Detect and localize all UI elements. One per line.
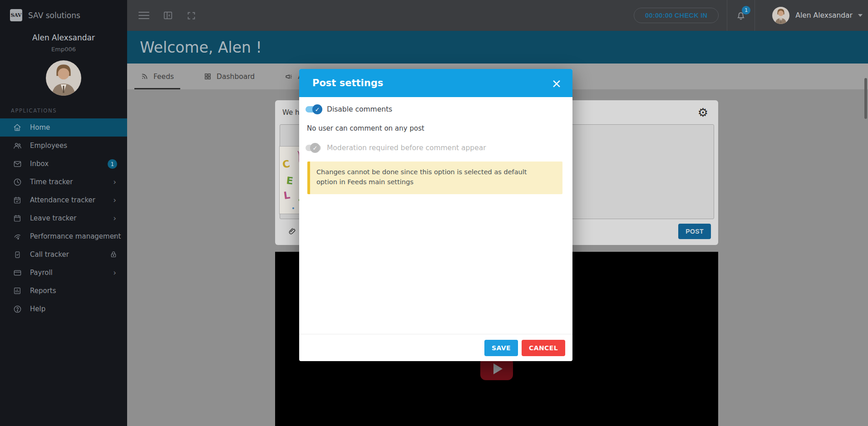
sidebar: SAV SAV solutions Alen Alexsandar Emp006…: [0, 0, 127, 426]
chevron-down-icon[interactable]: [858, 14, 863, 17]
topbar: 00:00:00 CHECK IN 1 Alen Alexsa: [127, 0, 868, 31]
home-icon: [13, 123, 22, 132]
menu-toggle-icon[interactable]: [138, 10, 149, 21]
notification-count-badge: 1: [742, 6, 750, 15]
play-icon: [493, 363, 503, 374]
sidebar-item-label: Performance management: [30, 232, 121, 240]
sidebar-item-payroll[interactable]: Payroll: [0, 264, 127, 282]
modal-body: Disable comments No user can comment on …: [299, 97, 572, 334]
sidebar-item-label: Employees: [30, 142, 67, 150]
sidebar-item-leave-tracker[interactable]: Leave tracker: [0, 209, 127, 227]
sidebar-item-label: Reports: [30, 287, 56, 295]
disable-comments-row: Disable comments: [306, 105, 564, 113]
cancel-button[interactable]: CANCEL: [522, 340, 565, 356]
toggle-note: No user can comment on any post: [307, 124, 564, 132]
sidebar-item-label: Home: [30, 123, 50, 132]
applications-section-label: APPLICATIONS: [11, 108, 127, 114]
chevron-right-icon: [113, 233, 116, 240]
chevron-right-icon: [113, 196, 116, 204]
sidebar-item-label: Payroll: [30, 269, 53, 277]
sidebar-item-label: Attendance tracker: [30, 196, 95, 204]
disable-comments-toggle[interactable]: [306, 106, 321, 113]
save-button[interactable]: SAVE: [484, 340, 518, 356]
modal-footer: SAVE CANCEL: [299, 334, 572, 361]
welcome-banner: Welcome, Alen !: [127, 31, 868, 64]
lock-icon: [110, 251, 117, 258]
moderation-row: Moderation required before comment appea…: [306, 144, 564, 152]
tab-label: Dashboard: [217, 73, 255, 81]
toggle-label[interactable]: Disable comments: [327, 105, 392, 113]
moderation-toggle: [306, 145, 321, 151]
avatar-image: [772, 7, 789, 24]
notifications-button[interactable]: 1: [735, 10, 746, 21]
rss-icon: [141, 73, 148, 80]
modal-header: Post settings ×: [299, 69, 572, 97]
call-icon: [13, 250, 22, 259]
close-icon[interactable]: ×: [551, 77, 562, 89]
brand-name: SAV solutions: [28, 11, 80, 20]
calendar-icon: [13, 214, 22, 223]
topbar-user-name[interactable]: Alen Alexsandar: [795, 11, 853, 20]
sidebar-item-label: Help: [30, 305, 45, 313]
inbox-count-badge: 1: [108, 159, 117, 169]
sidebar-item-performance-management[interactable]: Performance management: [0, 227, 127, 245]
sidebar-header: SAV SAV solutions: [0, 0, 127, 21]
chart-icon: [13, 286, 22, 295]
signal-icon: [13, 232, 22, 241]
sidebar-item-inbox[interactable]: Inbox 1: [0, 155, 127, 173]
sidebar-item-attendance-tracker[interactable]: Attendance tracker: [0, 191, 127, 209]
sidebar-item-home[interactable]: Home: [0, 118, 127, 137]
avatar-image: [46, 60, 81, 96]
warning-message: Changes cannot be done since this option…: [307, 162, 562, 194]
tab-label: Feeds: [153, 73, 174, 81]
tab-feeds[interactable]: Feeds: [134, 64, 180, 89]
sidebar-item-reports[interactable]: Reports: [0, 282, 127, 300]
sidebar-item-label: Time tracker: [30, 178, 73, 186]
sidebar-item-label: Leave tracker: [30, 214, 76, 222]
topbar-divider: [727, 0, 727, 31]
attachment-icon[interactable]: [287, 226, 297, 236]
chevron-right-icon: [113, 269, 116, 277]
toggle-label: Moderation required before comment appea…: [327, 144, 486, 152]
help-icon: [13, 304, 22, 313]
check-icon: [312, 104, 322, 114]
megaphone-icon: [285, 73, 293, 81]
topbar-left-icons: [138, 10, 196, 21]
page-title: Welcome, Alen !: [140, 39, 262, 56]
app-logo: SAV: [10, 9, 22, 21]
sidebar-item-label: Call tracker: [30, 250, 69, 259]
sidebar-item-label: Inbox: [30, 160, 49, 168]
fullscreen-icon[interactable]: [187, 11, 196, 20]
sidebar-item-time-tracker[interactable]: Time tracker: [0, 173, 127, 191]
clock-icon: [13, 177, 22, 186]
topbar-divider: [755, 0, 755, 31]
tab-dashboard[interactable]: Dashboard: [197, 64, 261, 89]
inbox-icon: [13, 159, 22, 168]
sidebar-item-help[interactable]: Help: [0, 300, 127, 318]
svg-text:E: E: [286, 175, 294, 186]
employees-icon: [13, 141, 22, 150]
sidebar-user-name: Alen Alexsandar: [0, 33, 127, 42]
check-in-button[interactable]: 00:00:00 CHECK IN: [634, 8, 719, 23]
calendar-check-icon: [13, 196, 22, 205]
collapse-panel-icon[interactable]: [163, 10, 173, 20]
post-button[interactable]: POST: [678, 224, 711, 239]
chevron-right-icon: [113, 178, 116, 186]
sidebar-item-employees[interactable]: Employees: [0, 137, 127, 155]
sidebar-user-id: Emp006: [0, 46, 127, 53]
topbar-right: 00:00:00 CHECK IN 1 Alen Alexsa: [634, 0, 863, 31]
avatar: [46, 60, 81, 96]
post-settings-modal: Post settings × Disable comments No user…: [299, 69, 572, 361]
avatar[interactable]: [772, 7, 789, 24]
card-icon: [13, 268, 22, 277]
scrollbar-thumb[interactable]: [864, 78, 867, 119]
dashboard-grid-icon: [204, 73, 212, 80]
chevron-right-icon: [113, 215, 116, 222]
sidebar-user-block: Alen Alexsandar Emp006: [0, 33, 127, 96]
modal-title: Post settings: [312, 78, 383, 88]
sidebar-item-call-tracker[interactable]: Call tracker: [0, 245, 127, 264]
check-icon: [310, 143, 320, 153]
app-root: SAV SAV solutions Alen Alexsandar Emp006…: [0, 0, 868, 426]
gear-icon[interactable]: [698, 107, 708, 118]
